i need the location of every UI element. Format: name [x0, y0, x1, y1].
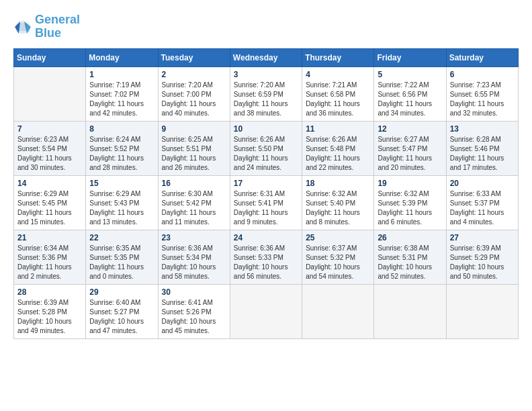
- day-info: Sunrise: 6:39 AMSunset: 5:29 PMDaylight:…: [450, 244, 515, 281]
- calendar-cell: 13Sunrise: 6:28 AMSunset: 5:46 PMDayligh…: [446, 121, 518, 175]
- day-info: Sunrise: 6:33 AMSunset: 5:37 PMDaylight:…: [450, 189, 515, 227]
- calendar-cell: 24Sunrise: 6:36 AMSunset: 5:33 PMDayligh…: [230, 230, 302, 284]
- day-number: 22: [89, 233, 154, 242]
- calendar-cell: 18Sunrise: 6:32 AMSunset: 5:40 PMDayligh…: [302, 175, 374, 230]
- day-info: Sunrise: 6:32 AMSunset: 5:39 PMDaylight:…: [378, 189, 442, 227]
- calendar-week-row: 7Sunrise: 6:23 AMSunset: 5:54 PMDaylight…: [14, 121, 519, 175]
- day-number: 25: [306, 233, 370, 242]
- calendar-cell: 5Sunrise: 7:22 AMSunset: 6:56 PMDaylight…: [374, 66, 446, 121]
- day-info: Sunrise: 7:21 AMSunset: 6:58 PMDaylight:…: [306, 81, 370, 118]
- calendar-cell: 9Sunrise: 6:25 AMSunset: 5:51 PMDaylight…: [158, 121, 230, 175]
- day-info: Sunrise: 7:22 AMSunset: 6:56 PMDaylight:…: [378, 81, 442, 118]
- day-info: Sunrise: 6:24 AMSunset: 5:52 PMDaylight:…: [89, 135, 154, 173]
- day-info: Sunrise: 6:37 AMSunset: 5:32 PMDaylight:…: [306, 244, 370, 281]
- day-number: 10: [234, 124, 298, 134]
- weekday-header: Tuesday: [158, 48, 230, 66]
- weekday-header: Friday: [374, 48, 446, 66]
- page: General Blue SundayMondayTuesdayWednesda…: [0, 0, 532, 346]
- calendar-cell: 15Sunrise: 6:29 AMSunset: 5:43 PMDayligh…: [86, 175, 158, 230]
- day-number: 1: [89, 70, 154, 79]
- day-info: Sunrise: 6:36 AMSunset: 5:34 PMDaylight:…: [162, 244, 226, 281]
- day-number: 30: [162, 287, 226, 297]
- day-info: Sunrise: 6:34 AMSunset: 5:36 PMDaylight:…: [17, 244, 82, 281]
- day-info: Sunrise: 6:40 AMSunset: 5:27 PMDaylight:…: [89, 298, 154, 336]
- day-info: Sunrise: 6:38 AMSunset: 5:31 PMDaylight:…: [378, 244, 442, 281]
- day-number: 18: [306, 179, 370, 188]
- weekday-header: Thursday: [302, 48, 374, 66]
- calendar-cell: 6Sunrise: 7:23 AMSunset: 6:55 PMDaylight…: [446, 66, 518, 121]
- calendar-cell: [374, 284, 446, 338]
- day-number: 11: [306, 124, 370, 134]
- day-info: Sunrise: 6:41 AMSunset: 5:26 PMDaylight:…: [162, 298, 226, 336]
- calendar-cell: 3Sunrise: 7:20 AMSunset: 6:59 PMDaylight…: [230, 66, 302, 121]
- day-info: Sunrise: 6:26 AMSunset: 5:48 PMDaylight:…: [306, 135, 370, 173]
- day-info: Sunrise: 7:23 AMSunset: 6:55 PMDaylight:…: [450, 81, 515, 118]
- day-number: 28: [17, 287, 82, 297]
- day-info: Sunrise: 6:29 AMSunset: 5:45 PMDaylight:…: [17, 189, 82, 227]
- calendar-cell: 30Sunrise: 6:41 AMSunset: 5:26 PMDayligh…: [158, 284, 230, 338]
- day-number: 27: [450, 233, 515, 242]
- day-info: Sunrise: 6:26 AMSunset: 5:50 PMDaylight:…: [234, 135, 298, 173]
- weekday-header-row: SundayMondayTuesdayWednesdayThursdayFrid…: [14, 48, 519, 66]
- day-info: Sunrise: 7:20 AMSunset: 7:00 PMDaylight:…: [162, 81, 226, 118]
- day-number: 29: [89, 287, 154, 297]
- day-info: Sunrise: 6:36 AMSunset: 5:33 PMDaylight:…: [234, 244, 298, 281]
- calendar-cell: 14Sunrise: 6:29 AMSunset: 5:45 PMDayligh…: [14, 175, 86, 230]
- calendar-cell: 16Sunrise: 6:30 AMSunset: 5:42 PMDayligh…: [158, 175, 230, 230]
- header: General Blue: [13, 13, 519, 40]
- day-number: 16: [162, 179, 226, 188]
- day-info: Sunrise: 6:29 AMSunset: 5:43 PMDaylight:…: [89, 189, 154, 227]
- logo-icon: [13, 17, 32, 36]
- day-number: 20: [450, 179, 515, 188]
- day-number: 5: [378, 70, 442, 79]
- day-info: Sunrise: 6:25 AMSunset: 5:51 PMDaylight:…: [162, 135, 226, 173]
- calendar-cell: 4Sunrise: 7:21 AMSunset: 6:58 PMDaylight…: [302, 66, 374, 121]
- weekday-header: Sunday: [14, 48, 86, 66]
- calendar-cell: [302, 284, 374, 338]
- calendar-cell: 28Sunrise: 6:39 AMSunset: 5:28 PMDayligh…: [14, 284, 86, 338]
- day-info: Sunrise: 6:39 AMSunset: 5:28 PMDaylight:…: [17, 298, 82, 336]
- day-number: 4: [306, 70, 370, 79]
- calendar-cell: 27Sunrise: 6:39 AMSunset: 5:29 PMDayligh…: [446, 230, 518, 284]
- day-number: 23: [162, 233, 226, 242]
- day-info: Sunrise: 6:23 AMSunset: 5:54 PMDaylight:…: [17, 135, 82, 173]
- day-number: 14: [17, 179, 82, 188]
- calendar-cell: 2Sunrise: 7:20 AMSunset: 7:00 PMDaylight…: [158, 66, 230, 121]
- calendar-cell: 20Sunrise: 6:33 AMSunset: 5:37 PMDayligh…: [446, 175, 518, 230]
- weekday-header: Monday: [86, 48, 158, 66]
- calendar-cell: [230, 284, 302, 338]
- calendar-cell: 26Sunrise: 6:38 AMSunset: 5:31 PMDayligh…: [374, 230, 446, 284]
- calendar-cell: 22Sunrise: 6:35 AMSunset: 5:35 PMDayligh…: [86, 230, 158, 284]
- day-info: Sunrise: 6:28 AMSunset: 5:46 PMDaylight:…: [450, 135, 515, 173]
- day-number: 26: [378, 233, 442, 242]
- day-info: Sunrise: 6:30 AMSunset: 5:42 PMDaylight:…: [162, 189, 226, 227]
- day-number: 12: [378, 124, 442, 134]
- calendar-week-row: 21Sunrise: 6:34 AMSunset: 5:36 PMDayligh…: [14, 230, 519, 284]
- day-number: 21: [17, 233, 82, 242]
- day-number: 2: [162, 70, 226, 79]
- weekday-header: Saturday: [446, 48, 518, 66]
- calendar-cell: 21Sunrise: 6:34 AMSunset: 5:36 PMDayligh…: [14, 230, 86, 284]
- day-info: Sunrise: 6:32 AMSunset: 5:40 PMDaylight:…: [306, 189, 370, 227]
- calendar-cell: [446, 284, 518, 338]
- logo-name: General Blue: [35, 13, 80, 40]
- day-number: 17: [234, 179, 298, 188]
- day-number: 7: [17, 124, 82, 134]
- day-number: 3: [234, 70, 298, 79]
- logo: General Blue: [13, 13, 80, 40]
- day-number: 6: [450, 70, 515, 79]
- calendar-week-row: 1Sunrise: 7:19 AMSunset: 7:02 PMDaylight…: [14, 66, 519, 121]
- calendar-table: SundayMondayTuesdayWednesdayThursdayFrid…: [13, 48, 519, 339]
- calendar-cell: 10Sunrise: 6:26 AMSunset: 5:50 PMDayligh…: [230, 121, 302, 175]
- calendar-cell: [14, 66, 86, 121]
- calendar-cell: 8Sunrise: 6:24 AMSunset: 5:52 PMDaylight…: [86, 121, 158, 175]
- calendar-cell: 19Sunrise: 6:32 AMSunset: 5:39 PMDayligh…: [374, 175, 446, 230]
- calendar-cell: 23Sunrise: 6:36 AMSunset: 5:34 PMDayligh…: [158, 230, 230, 284]
- svg-rect-4: [19, 23, 27, 31]
- day-number: 15: [89, 179, 154, 188]
- calendar-cell: 17Sunrise: 6:31 AMSunset: 5:41 PMDayligh…: [230, 175, 302, 230]
- calendar-week-row: 14Sunrise: 6:29 AMSunset: 5:45 PMDayligh…: [14, 175, 519, 230]
- day-info: Sunrise: 6:35 AMSunset: 5:35 PMDaylight:…: [89, 244, 154, 281]
- day-info: Sunrise: 7:20 AMSunset: 6:59 PMDaylight:…: [234, 81, 298, 118]
- calendar-cell: 7Sunrise: 6:23 AMSunset: 5:54 PMDaylight…: [14, 121, 86, 175]
